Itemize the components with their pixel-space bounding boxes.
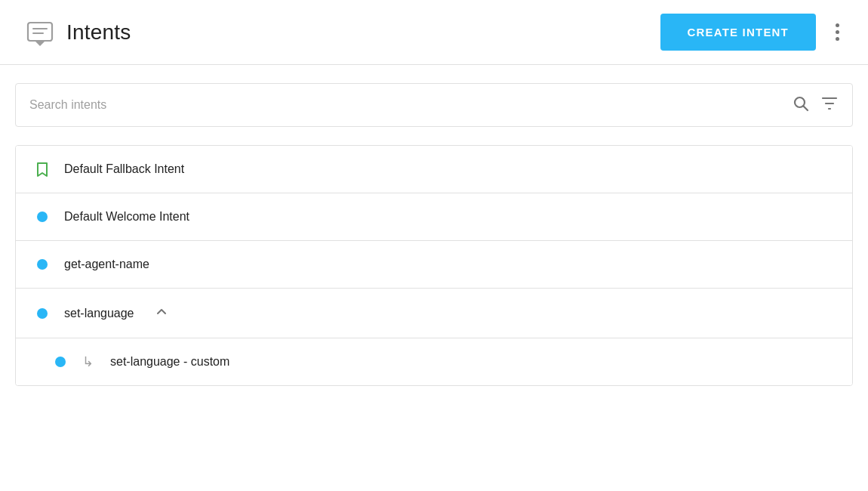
intent-name: Default Fallback Intent bbox=[64, 162, 184, 176]
header-left: Intents bbox=[24, 17, 131, 48]
intent-item-set-language[interactable]: set-language bbox=[16, 289, 852, 338]
intent-dot-icon bbox=[34, 256, 51, 273]
main-content: Default Fallback Intent Default Welcome … bbox=[0, 65, 868, 386]
intent-dot-icon bbox=[34, 305, 51, 322]
intent-name: Default Welcome Intent bbox=[64, 210, 189, 224]
intent-name: set-language bbox=[64, 307, 134, 320]
intents-list: Default Fallback Intent Default Welcome … bbox=[15, 145, 853, 386]
intent-item-set-language-custom[interactable]: ↳ set-language - custom bbox=[16, 338, 852, 385]
more-options-icon bbox=[836, 23, 839, 41]
search-icon[interactable] bbox=[792, 94, 810, 116]
sub-item-arrow-icon: ↳ bbox=[82, 354, 94, 370]
intent-name: set-language - custom bbox=[110, 355, 229, 369]
page-title: Intents bbox=[66, 20, 131, 45]
search-input[interactable] bbox=[29, 98, 792, 112]
header-right: CREATE INTENT bbox=[660, 14, 845, 51]
filter-icon[interactable] bbox=[820, 94, 839, 116]
intent-dot-icon bbox=[52, 354, 69, 370]
search-bar bbox=[15, 83, 853, 127]
intent-dot-icon bbox=[34, 208, 51, 225]
intent-item-default-fallback[interactable]: Default Fallback Intent bbox=[16, 146, 852, 193]
intents-icon bbox=[24, 17, 56, 48]
page-header: Intents CREATE INTENT bbox=[0, 0, 868, 65]
more-options-button[interactable] bbox=[831, 19, 844, 45]
svg-line-4 bbox=[804, 107, 808, 111]
search-icons bbox=[792, 94, 839, 116]
intent-item-get-agent-name[interactable]: get-agent-name bbox=[16, 241, 852, 289]
create-intent-button[interactable]: CREATE INTENT bbox=[660, 14, 817, 51]
chevron-up-icon bbox=[154, 304, 169, 323]
intent-item-default-welcome[interactable]: Default Welcome Intent bbox=[16, 193, 852, 241]
bookmark-icon bbox=[34, 161, 51, 178]
svg-rect-0 bbox=[28, 23, 52, 41]
intent-name: get-agent-name bbox=[64, 258, 149, 271]
